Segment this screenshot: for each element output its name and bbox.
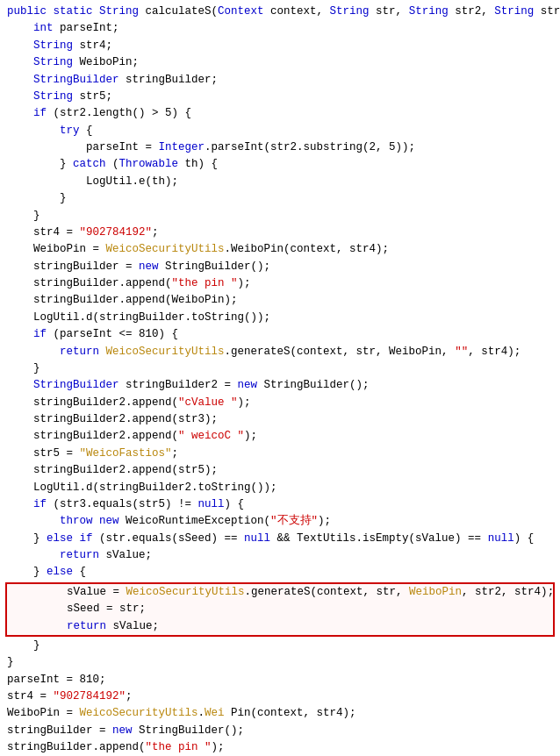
code-line: if (str2.length() > 5) { bbox=[0, 105, 560, 122]
code-line: StringBuilder stringBuilder2 = new Strin… bbox=[0, 377, 560, 394]
code-line: } else if (str.equals(sSeed) == null && … bbox=[0, 531, 560, 547]
code-line: stringBuilder2.append(" weicoC "); bbox=[0, 428, 560, 445]
code-line: sSeed = str; bbox=[7, 601, 553, 617]
code-line: stringBuilder2.append(str5); bbox=[0, 462, 560, 479]
code-line: } bbox=[0, 208, 560, 225]
code-line: } else { bbox=[0, 564, 560, 581]
code-line: str4 = "902784192"; bbox=[0, 688, 560, 705]
code-line: String str5; bbox=[0, 89, 560, 105]
code-line: throw new WeicoRuntimeException("不支持"); bbox=[0, 513, 560, 530]
highlighted-code-block: sValue = WeicoSecurityUtils.generateS(co… bbox=[5, 582, 555, 637]
code-line: public static String calculateS(Context … bbox=[0, 4, 560, 20]
code-line: String WeiboPin; bbox=[0, 54, 560, 71]
code-line: if (str3.equals(str5) != null) { bbox=[0, 496, 560, 513]
code-line: String str4; bbox=[0, 38, 560, 54]
code-line: int parseInt; bbox=[0, 20, 560, 37]
code-line: WeiboPin = WeicoSecurityUtils.Wei Pin(co… bbox=[0, 705, 560, 722]
code-line: stringBuilder.append("the pin "); bbox=[0, 739, 560, 756]
code-line: try { bbox=[0, 123, 560, 139]
code-line: } bbox=[0, 190, 560, 207]
code-line: stringBuilder = new StringBuilder(); bbox=[0, 723, 560, 739]
code-line: return sValue; bbox=[7, 618, 553, 635]
code-line: str5 = "WeicoFastios"; bbox=[0, 446, 560, 462]
code-line: str4 = "902784192"; bbox=[0, 225, 560, 241]
code-line: sValue = WeicoSecurityUtils.generateS(co… bbox=[7, 584, 553, 601]
code-line: stringBuilder = new StringBuilder(); bbox=[0, 259, 560, 275]
code-line: WeiboPin = WeicoSecurityUtils.WeiboPin(c… bbox=[0, 241, 560, 258]
code-line: stringBuilder2.append("cValue "); bbox=[0, 395, 560, 411]
code-line: stringBuilder.append("the pin "); bbox=[0, 275, 560, 292]
code-line: StringBuilder stringBuilder; bbox=[0, 72, 560, 89]
code-line: if (parseInt <= 810) { bbox=[0, 326, 560, 343]
code-viewer: public static String calculateS(Context … bbox=[0, 0, 560, 756]
code-line: } bbox=[0, 654, 560, 671]
code-line: LogUtil.d(stringBuilder.toString()); bbox=[0, 310, 560, 326]
code-line: LogUtil.d(stringBuilder2.toString()); bbox=[0, 480, 560, 496]
code-line: return WeicoSecurityUtils.generateS(cont… bbox=[0, 344, 560, 360]
code-line: } bbox=[0, 360, 560, 377]
code-line: parseInt = 810; bbox=[0, 672, 560, 688]
code-line: } catch (Throwable th) { bbox=[0, 156, 560, 173]
code-line: parseInt = Integer.parseInt(str2.substri… bbox=[0, 139, 560, 156]
code-line: stringBuilder2.append(str3); bbox=[0, 411, 560, 428]
code-line: } bbox=[0, 638, 560, 654]
code-line: stringBuilder.append(WeiboPin); bbox=[0, 292, 560, 309]
code-line: LogUtil.e(th); bbox=[0, 174, 560, 190]
code-line: return sValue; bbox=[0, 547, 560, 564]
